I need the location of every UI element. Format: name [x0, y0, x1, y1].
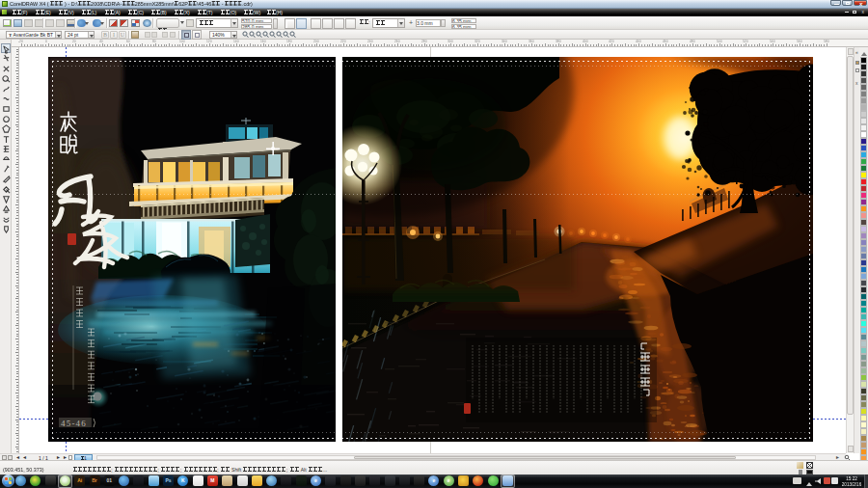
svg-text:45-46: 45-46: [61, 419, 87, 428]
